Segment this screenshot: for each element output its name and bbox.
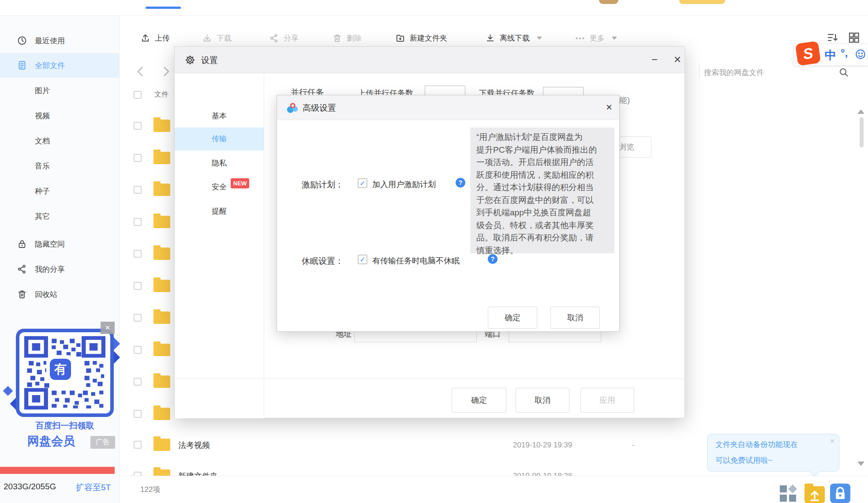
- ad-scan-text: 百度扫一扫领取: [16, 420, 114, 432]
- sidebar-item-videos[interactable]: 视频: [0, 106, 154, 125]
- download-icon: [202, 33, 212, 43]
- row-checkbox[interactable]: [134, 250, 142, 258]
- auto-backup-icon[interactable]: [804, 486, 825, 503]
- advanced-settings-dialog: 高级设置 × “用户激励计划”是百度网盘为 提升PC客户端用户体验而推出的 一项…: [277, 95, 620, 332]
- storage-usage-text: 2033G/2055G: [4, 482, 56, 492]
- more-button[interactable]: ••• 更多: [576, 29, 617, 47]
- search-divider: [699, 65, 700, 79]
- sidebar-item-other[interactable]: 其它: [0, 206, 154, 226]
- scroll-up-icon[interactable]: [857, 109, 864, 114]
- advanced-ok-button[interactable]: 确定: [488, 307, 537, 329]
- offline-download-button[interactable]: 离线下载: [485, 29, 542, 47]
- folder-icon: [153, 120, 170, 132]
- footer-divider: [175, 379, 685, 379]
- settings-ok-button[interactable]: 确定: [452, 388, 506, 413]
- sort-icon[interactable]: [826, 31, 839, 44]
- chevron-down-icon[interactable]: [612, 37, 617, 40]
- row-checkbox[interactable]: [134, 154, 142, 162]
- help-icon[interactable]: ?: [456, 178, 465, 188]
- active-tab-indicator: [146, 7, 181, 9]
- share-button[interactable]: 分享: [269, 29, 299, 47]
- sleep-checkbox[interactable]: ✓: [358, 255, 367, 264]
- mini-apps-icon[interactable]: [780, 485, 797, 502]
- more-dots-icon: •••: [576, 34, 585, 42]
- sidebar-item-label: 全部文件: [35, 60, 65, 71]
- tab-basic[interactable]: 基本: [175, 105, 264, 127]
- row-checkbox[interactable]: [134, 441, 142, 449]
- download-button[interactable]: 下载: [202, 29, 232, 47]
- qr-ad-close-icon[interactable]: ✕: [101, 322, 115, 334]
- close-icon[interactable]: ×: [669, 51, 686, 68]
- sidebar-item-pictures[interactable]: 图片: [0, 81, 154, 100]
- row-checkbox[interactable]: [134, 314, 142, 322]
- minimize-icon[interactable]: −: [646, 51, 663, 68]
- sogou-logo-icon[interactable]: S: [795, 41, 821, 66]
- sidebar-item-recycle-bin[interactable]: 回收站: [0, 285, 119, 304]
- advanced-dialog-title: 高级设置: [303, 102, 336, 114]
- tab-transfer[interactable]: 传输: [175, 128, 264, 150]
- trash-icon: [332, 33, 342, 43]
- avatar-fragment: [599, 0, 618, 4]
- grid-view-icon[interactable]: [847, 31, 861, 44]
- settings-cancel-button[interactable]: 取消: [516, 388, 569, 413]
- folder-icon: [153, 344, 170, 356]
- advanced-dialog-titlebar[interactable]: 高级设置 ×: [277, 95, 619, 120]
- incentive-option-label[interactable]: 加入用户激励计划: [372, 179, 436, 190]
- new-folder-icon: [395, 33, 405, 43]
- trash-icon: [17, 289, 27, 300]
- row-checkbox[interactable]: [134, 410, 142, 418]
- upload-button[interactable]: 上传: [140, 29, 170, 47]
- row-checkbox[interactable]: [134, 378, 142, 386]
- safe-lock-icon[interactable]: [830, 484, 850, 503]
- settings-apply-button[interactable]: 应用: [580, 388, 634, 413]
- chevron-down-icon[interactable]: [537, 37, 542, 40]
- delete-button[interactable]: 删除: [332, 29, 362, 47]
- sidebar-item-hidden-space[interactable]: 隐藏空间: [0, 234, 119, 254]
- incentive-checkbox[interactable]: ✓: [358, 178, 367, 188]
- sidebar-item-my-shares[interactable]: 我的分享: [0, 259, 119, 279]
- incentive-tooltip: “用户激励计划”是百度网盘为 提升PC客户端用户体验而推出的 一项活动。开启后根…: [470, 128, 614, 253]
- settings-tabs: 基本 传输 隐私 安全 NEW 提醒: [175, 73, 264, 418]
- file-list-icon: [17, 60, 27, 71]
- sleep-label: 休眠设置：: [302, 255, 344, 267]
- sidebar-item-recent[interactable]: 最近使用: [0, 31, 119, 50]
- sidebar-item-documents[interactable]: 文档: [0, 131, 154, 150]
- forward-icon[interactable]: [159, 64, 173, 79]
- notice-close-icon[interactable]: ×: [830, 437, 834, 446]
- row-checkbox[interactable]: [134, 218, 142, 226]
- sidebar-item-torrents[interactable]: 种子: [0, 181, 154, 201]
- ime-mode-chinese[interactable]: 中: [825, 48, 836, 63]
- clock-icon: [17, 35, 27, 46]
- sleep-option-label[interactable]: 有传输任务时电脑不休眠: [372, 255, 460, 266]
- close-icon[interactable]: ×: [602, 100, 617, 115]
- storage-upgrade-link[interactable]: 扩容至5T: [76, 482, 111, 493]
- row-checkbox[interactable]: [134, 346, 142, 354]
- back-icon[interactable]: [134, 64, 148, 79]
- help-icon[interactable]: ?: [488, 254, 498, 264]
- settings-dialog-titlebar[interactable]: 设置 − ×: [175, 47, 685, 73]
- notice-line1: 文件夹自动备份功能现在: [715, 439, 798, 450]
- top-strip: [0, 0, 868, 16]
- tab-privacy[interactable]: 隐私: [175, 152, 264, 174]
- row-checkbox[interactable]: [134, 186, 142, 194]
- sidebar-item-all-files[interactable]: 全部文件: [0, 56, 119, 75]
- row-checkbox[interactable]: [134, 282, 142, 290]
- tab-security[interactable]: 安全: [175, 176, 264, 198]
- lock-icon: [17, 239, 27, 249]
- new-badge: NEW: [231, 178, 249, 188]
- scrollbar-thumb[interactable]: [860, 117, 864, 147]
- advanced-cancel-button[interactable]: 取消: [550, 307, 600, 329]
- select-all-checkbox[interactable]: [134, 91, 142, 99]
- row-checkbox[interactable]: [134, 122, 142, 130]
- folder-icon: [153, 280, 170, 292]
- scroll-down-icon[interactable]: [857, 462, 864, 466]
- search-input[interactable]: [703, 65, 837, 81]
- qr-code-ad[interactable]: 有: [16, 329, 114, 417]
- new-folder-button[interactable]: 新建文件夹: [395, 29, 447, 47]
- sidebar-item-music[interactable]: 音乐: [0, 156, 154, 176]
- tab-reminder[interactable]: 提醒: [175, 200, 264, 222]
- search-icon[interactable]: [838, 67, 849, 78]
- status-bar: [120, 476, 868, 503]
- ime-punctuation[interactable]: °,: [841, 47, 848, 59]
- ime-emoji-icon[interactable]: [855, 49, 866, 60]
